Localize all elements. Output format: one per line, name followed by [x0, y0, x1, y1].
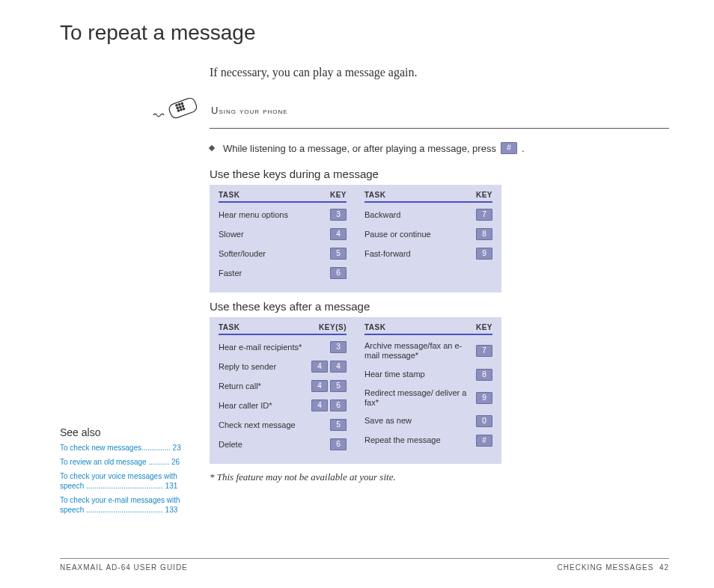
key-row: Redirect message/ deliver a fax*9	[364, 388, 492, 408]
instruction-text-before: While listening to a message, or after p…	[223, 143, 496, 154]
divider	[210, 128, 669, 129]
key-row: Backward7	[364, 209, 492, 221]
bullet-icon	[209, 145, 215, 151]
key-badge: 7	[476, 345, 492, 357]
task-label: Hear e-mail recipients*	[219, 343, 330, 352]
key-row: Archive message/fax an e-mail message*7	[364, 341, 492, 361]
after-table: TASKKEY(S) Hear e-mail recipients*3Reply…	[210, 317, 501, 464]
task-label: Delete	[219, 440, 330, 450]
task-label: Reply to sender	[219, 362, 311, 372]
see-also-link[interactable]: To check your e-mail messages with speec…	[60, 495, 195, 515]
key-row: Fast-forward9	[364, 248, 492, 260]
task-label: Return call*	[219, 382, 311, 391]
col-key-header: KEY	[476, 191, 492, 199]
svg-point-4	[177, 107, 178, 108]
footer-page-num: 42	[659, 563, 669, 572]
task-label: Hear menu options	[219, 210, 330, 220]
col-task-header: TASK	[219, 191, 239, 199]
phone-label: Using your phone	[211, 105, 288, 116]
after-heading: Use these keys after a message	[210, 300, 669, 313]
col-task-header: TASK	[364, 323, 385, 331]
col-key-header: KEY	[476, 323, 492, 331]
key-group: 3	[330, 341, 347, 353]
see-also-link[interactable]: To review an old message .......... 26	[60, 457, 195, 467]
key-row: Return call*45	[219, 380, 347, 392]
footer-section: CHECKING MESSAGES	[558, 563, 654, 572]
phone-section: Using your phone	[150, 97, 669, 129]
col-task-header: TASK	[219, 323, 239, 331]
see-also-link[interactable]: To check new messages.............. 23	[60, 443, 195, 453]
svg-point-1	[176, 105, 177, 106]
svg-point-8	[180, 109, 182, 111]
footer-left: NEAXMAIL AD-64 USER GUIDE	[60, 563, 188, 572]
svg-point-6	[182, 105, 183, 107]
key-badge: 6	[330, 399, 347, 411]
key-badge: 4	[330, 361, 347, 373]
key-row: Slower4	[219, 228, 347, 240]
key-row: Hear e-mail recipients*3	[219, 341, 347, 353]
after-col-right: TASKKEY Archive message/fax an e-mail me…	[364, 323, 492, 458]
key-row: Pause or continue8	[364, 228, 492, 240]
key-group: 46	[311, 399, 347, 411]
intro-text: If necessary, you can play a message aga…	[210, 66, 669, 79]
see-also-link[interactable]: To check your voice messages with speech…	[60, 471, 195, 491]
phone-icon	[150, 97, 204, 123]
key-row: Hear time stamp8	[364, 369, 492, 381]
key-badge: 4	[311, 361, 328, 373]
key-badge: 9	[476, 248, 492, 260]
key-badge: 5	[330, 248, 347, 260]
see-also-sidebar: See also To check new messages..........…	[60, 426, 195, 519]
key-group: 0	[476, 415, 492, 427]
task-label: Softer/louder	[219, 249, 330, 259]
key-group: 6	[330, 267, 347, 279]
key-row: Faster6	[219, 267, 347, 279]
hash-key: #	[501, 142, 517, 154]
key-group: 9	[476, 248, 492, 260]
instruction-line: While listening to a message, or after p…	[210, 142, 669, 154]
key-badge: 4	[330, 228, 347, 240]
key-row: Check next message5	[219, 419, 347, 431]
key-badge: 4	[311, 380, 328, 392]
task-label: Hear caller ID*	[219, 401, 311, 411]
task-label: Archive message/fax an e-mail message*	[364, 341, 476, 361]
task-label: Pause or continue	[364, 230, 476, 239]
key-row: Hear menu options3	[219, 209, 347, 221]
key-row: Reply to sender44	[219, 361, 347, 373]
key-row: Delete6	[219, 438, 347, 450]
svg-point-3	[181, 102, 183, 104]
key-group: 45	[311, 380, 347, 392]
key-group: 44	[311, 361, 347, 373]
task-label: Slower	[219, 230, 330, 239]
task-label: Backward	[364, 210, 476, 220]
instruction-text-after: .	[522, 143, 525, 154]
key-row: Softer/louder5	[219, 248, 347, 260]
during-heading: Use these keys during a message	[210, 168, 669, 180]
key-badge: 9	[476, 392, 492, 404]
key-group: 7	[476, 345, 492, 357]
task-label: Save as new	[364, 416, 476, 426]
col-task-header: TASK	[364, 191, 385, 199]
key-group: 8	[476, 369, 492, 381]
key-group: 6	[330, 438, 347, 450]
page: To repeat a message If necessary, you ca…	[0, 0, 714, 588]
svg-point-5	[180, 106, 181, 108]
key-row: Hear caller ID*46	[219, 399, 347, 411]
key-badge: 8	[476, 369, 492, 381]
key-badge: 5	[330, 419, 347, 431]
col-key-header: KEY	[330, 191, 347, 199]
svg-point-2	[178, 103, 180, 105]
svg-point-7	[177, 110, 179, 111]
key-badge: 4	[311, 399, 328, 411]
key-badge: 3	[330, 341, 347, 353]
key-group: 4	[330, 228, 347, 240]
key-group: 7	[476, 209, 492, 221]
task-label: Faster	[219, 269, 330, 278]
task-label: Fast-forward	[364, 249, 476, 259]
key-badge: #	[476, 435, 492, 447]
phone-header: Using your phone	[150, 97, 669, 123]
page-footer: NEAXMAIL AD-64 USER GUIDE CHECKING MESSA…	[60, 558, 669, 572]
key-group: 5	[330, 248, 347, 260]
svg-point-9	[183, 108, 184, 109]
during-col-right: TASKKEY Backward7Pause or continue8Fast-…	[364, 191, 492, 287]
key-badge: 8	[476, 228, 492, 240]
